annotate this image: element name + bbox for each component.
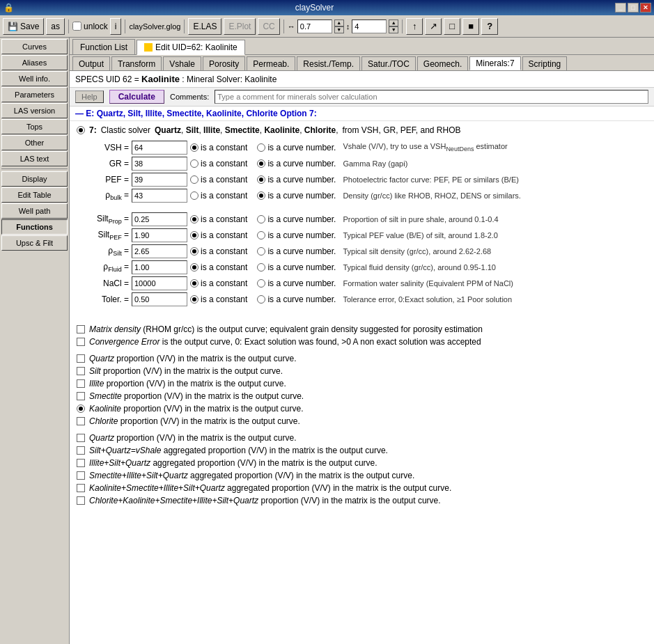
pef-curve-opt[interactable]: is a curve number. [257, 175, 336, 184]
nacl-curve-radio[interactable] [257, 279, 265, 288]
matrixdensity-checkbox[interactable] [77, 325, 85, 333]
gr-curve-opt[interactable]: is a curve number. [257, 159, 336, 168]
siltprop-const-radio[interactable] [190, 215, 198, 223]
gr-const-opt[interactable]: is a constant [190, 159, 247, 168]
toolbar-btn-fill[interactable]: ■ [462, 18, 479, 35]
vsh-input[interactable] [132, 141, 187, 155]
toolbar-btn-help[interactable]: ? [481, 18, 498, 35]
toler-curve-opt[interactable]: is a curve number. [257, 294, 336, 304]
toler-const-radio[interactable] [190, 295, 198, 304]
value1-input[interactable] [297, 19, 332, 33]
scroll-area[interactable]: 7: Clastic solver Quartz, Silt, Illite, … [70, 121, 654, 644]
nacl-const-radio[interactable] [190, 279, 198, 288]
illitesiltquartz-checkbox[interactable] [77, 459, 85, 467]
nacl-const-opt[interactable]: is a constant [190, 278, 247, 288]
sidebar-item-upscfilt[interactable]: Upsc & Filt [1, 235, 68, 251]
info-button[interactable]: i [110, 18, 122, 35]
rhofluid-curve-radio[interactable] [257, 263, 265, 272]
calculate-button[interactable]: Calculate [109, 90, 164, 104]
sub-tab-satur[interactable]: Satur./TOC [361, 56, 416, 70]
rhobulk-curve-radio[interactable] [257, 191, 265, 200]
sidebar-item-aliases[interactable]: Aliases [1, 55, 68, 70]
siltprop-curve-radio[interactable] [257, 215, 265, 223]
rhosilt-input[interactable] [132, 244, 187, 258]
sub-tab-scripting[interactable]: Scripting [522, 56, 568, 70]
toolbar-btn-diag[interactable]: ↗ [425, 18, 442, 35]
solver-radio[interactable] [77, 126, 85, 134]
toler-curve-radio[interactable] [257, 295, 265, 304]
sub-tab-output[interactable]: Output [72, 56, 110, 70]
rhobulk-const-radio[interactable] [190, 191, 198, 200]
sub-tab-vshale[interactable]: Vshale [163, 56, 201, 70]
vsh-curve-opt[interactable]: is a curve number. [257, 143, 336, 152]
elas-button[interactable]: E.LAS [188, 18, 221, 35]
smectite1-checkbox[interactable] [77, 392, 85, 400]
nacl-curve-opt[interactable]: is a curve number. [257, 278, 336, 288]
sidebar-item-other[interactable]: Other [1, 135, 68, 150]
siltpef-curve-opt[interactable]: is a curve number. [257, 230, 336, 240]
help-button[interactable]: Help [75, 91, 104, 103]
spin2-down[interactable]: ▼ [389, 26, 398, 33]
gr-const-radio[interactable] [190, 159, 198, 168]
pef-const-radio[interactable] [190, 175, 198, 184]
sidebar-item-wellpath[interactable]: Well path [1, 203, 68, 219]
spin1-up[interactable]: ▲ [334, 19, 344, 26]
sidebar-item-display[interactable]: Display [1, 171, 68, 187]
sidebar-item-curves[interactable]: Curves [1, 39, 68, 54]
sidebar-item-lasversion[interactable]: LAS version [1, 103, 68, 118]
comments-input[interactable] [215, 90, 648, 104]
rhosilt-curve-opt[interactable]: is a curve number. [257, 246, 336, 256]
rhofluid-curve-opt[interactable]: is a curve number. [257, 262, 336, 272]
spin1-down[interactable]: ▼ [334, 26, 344, 33]
siltpef-const-opt[interactable]: is a constant [190, 230, 247, 240]
minimize-button[interactable]: _ [615, 3, 626, 13]
tab-edit-uid[interactable]: Edit UID=62: Kaolinite [137, 40, 245, 55]
vsh-const-radio[interactable] [190, 143, 198, 152]
tab-function-list[interactable]: Function List [72, 39, 135, 54]
sidebar-item-tops[interactable]: Tops [1, 119, 68, 134]
siltpef-const-radio[interactable] [190, 231, 198, 239]
sidebar-item-lastext[interactable]: LAS text [1, 151, 68, 166]
chloriteagg-checkbox[interactable] [77, 496, 85, 505]
unlock-checkbox[interactable] [72, 22, 81, 31]
sub-tab-permeab[interactable]: Permeab. [247, 56, 295, 70]
sidebar-item-parameters[interactable]: Parameters [1, 87, 68, 102]
toler-const-opt[interactable]: is a constant [190, 294, 247, 304]
toolbar-btn-sq[interactable]: □ [444, 18, 460, 35]
siltpef-curve-radio[interactable] [257, 231, 265, 239]
kaolinite1-radio[interactable] [77, 405, 85, 413]
nacl-input[interactable] [132, 276, 187, 290]
sub-tab-geomech[interactable]: Geomech. [417, 56, 468, 70]
vsh-curve-radio[interactable] [257, 143, 265, 152]
siltprop-const-opt[interactable]: is a constant [190, 214, 247, 224]
sub-tab-minerals[interactable]: Minerals:7 [469, 56, 520, 70]
pef-const-opt[interactable]: is a constant [190, 175, 247, 184]
sidebar-item-functions[interactable]: Functions [1, 219, 68, 235]
sidebar-item-wellinfo[interactable]: Well info. [1, 71, 68, 86]
eplot-button[interactable]: E.Plot [224, 18, 256, 35]
rhobulk-input[interactable] [132, 189, 187, 203]
gr-curve-radio[interactable] [257, 159, 265, 168]
as-button[interactable]: as [46, 18, 65, 35]
quartz1-checkbox[interactable] [77, 354, 85, 363]
siltprop-curve-opt[interactable]: is a curve number. [257, 214, 336, 224]
rhobulk-const-opt[interactable]: is a constant [190, 191, 247, 201]
vsh-const-opt[interactable]: is a constant [190, 143, 247, 152]
toolbar-btn-arrow[interactable]: ↑ [406, 18, 423, 35]
silt1-checkbox[interactable] [77, 367, 85, 375]
siltpef-input[interactable] [132, 228, 187, 242]
value2-input[interactable] [352, 19, 387, 33]
close-button[interactable]: ✕ [640, 3, 651, 13]
cc-button[interactable]: CC [258, 18, 279, 35]
save-button[interactable]: 💾 Save [3, 18, 44, 35]
smectiteillitesiltquartz-checkbox[interactable] [77, 471, 85, 480]
toler-input[interactable] [132, 292, 187, 306]
rhofluid-const-opt[interactable]: is a constant [190, 262, 247, 272]
sub-tab-porosity[interactable]: Porosity [203, 56, 245, 70]
rhosilt-const-opt[interactable]: is a constant [190, 246, 247, 256]
pef-input[interactable] [132, 173, 187, 187]
sub-tab-resist[interactable]: Resist./Temp. [297, 56, 360, 70]
sidebar-item-edittable[interactable]: Edit Table [1, 187, 68, 203]
maximize-button[interactable]: □ [628, 3, 639, 13]
spin2-up[interactable]: ▲ [389, 19, 398, 26]
